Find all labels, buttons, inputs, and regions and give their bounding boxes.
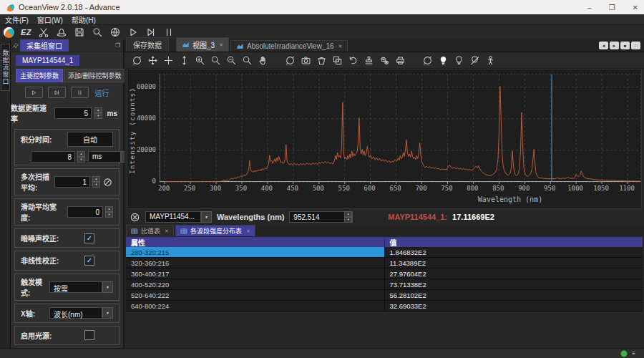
scans-average-stepper[interactable]: ▲▼ xyxy=(92,176,100,188)
update-rate-stepper[interactable]: ▲▼ xyxy=(94,107,102,119)
pause-icon[interactable] xyxy=(163,26,175,38)
chevron-down-icon[interactable]: ▼ xyxy=(102,307,113,319)
view-tab-1[interactable]: AbsoluteIrradianceView_16✕ xyxy=(230,40,348,52)
dark-correction-checkbox[interactable]: ✓ xyxy=(84,233,94,243)
copy-view-icon[interactable] xyxy=(332,55,343,66)
close-button[interactable]: ✕ xyxy=(633,4,638,11)
view-tab-chart-icon[interactable] xyxy=(182,41,190,49)
close-icon[interactable]: ✕ xyxy=(165,228,169,234)
undo-icon[interactable] xyxy=(348,55,358,66)
table-row[interactable]: 640-800:22432.69033E2 xyxy=(126,301,643,311)
cell-attr[interactable]: 640-800:224 xyxy=(126,301,384,311)
wavelength-input[interactable]: 952.514 ▲▼ xyxy=(289,211,353,223)
cell-attr[interactable]: 280-320:215 xyxy=(126,247,384,257)
zoom-in-icon[interactable] xyxy=(195,55,205,66)
cell-attr[interactable]: 360-400:217 xyxy=(126,268,384,279)
zoom-window-icon[interactable] xyxy=(242,55,253,66)
table-tab-1[interactable]: 各波段强度分布表✕ xyxy=(175,225,255,236)
tab-minimize-icon[interactable]: ■ xyxy=(620,42,630,49)
trigger-mode-select[interactable]: 按需 ▼ xyxy=(49,281,113,293)
update-rate-input[interactable]: 5 xyxy=(54,107,92,119)
web-icon[interactable] xyxy=(109,26,121,38)
table-row[interactable]: 520-640:22256.28102E2 xyxy=(126,290,643,301)
cell-value[interactable]: 73.71338E2 xyxy=(384,279,643,289)
save-data-tab[interactable]: 保存数据 xyxy=(126,37,169,52)
minimize-button[interactable]: – xyxy=(587,4,592,11)
zoom-out-icon[interactable] xyxy=(226,55,237,66)
settings-gears-icon[interactable] xyxy=(379,55,390,66)
nonlinearity-checkbox[interactable]: ✓ xyxy=(84,256,94,266)
view-tab-0[interactable]: 视图_3✕ xyxy=(176,37,229,52)
cell-attr[interactable]: 400-520:220 xyxy=(126,279,384,289)
table-row[interactable]: 360-400:21727.97604E2 xyxy=(126,268,643,279)
boxcar-input[interactable]: 0 xyxy=(67,206,103,218)
save-icon[interactable] xyxy=(74,26,85,38)
cell-value[interactable]: 27.97604E2 xyxy=(384,268,643,279)
pin-icon[interactable] xyxy=(11,39,20,52)
param-tab-1[interactable]: 添加/删除控制参数 xyxy=(64,69,126,82)
restore-button[interactable]: ❐ xyxy=(609,4,615,11)
chevron-down-icon[interactable]: ▼ xyxy=(102,281,113,293)
cell-value[interactable]: 32.69033E2 xyxy=(384,301,643,311)
menu-help[interactable]: 帮助(H) xyxy=(72,14,96,25)
drag-icon[interactable] xyxy=(258,55,268,66)
close-icon[interactable]: ✕ xyxy=(338,44,343,49)
acquisition-panel-title[interactable]: 采集组窗口 xyxy=(20,39,69,52)
probe-close-icon[interactable] xyxy=(130,212,140,223)
view-tab-chart-icon[interactable] xyxy=(236,42,244,50)
table-tab-0[interactable]: 比值表✕ xyxy=(126,225,174,236)
bulb-off-icon[interactable] xyxy=(454,55,464,66)
scans-average-input[interactable]: 1 xyxy=(54,176,90,188)
table-icon[interactable] xyxy=(180,228,187,235)
step-icon[interactable] xyxy=(145,26,157,38)
table-row[interactable]: 320-360:21611.34389E2 xyxy=(126,258,643,268)
tab-scroll-left-icon[interactable]: ◄ xyxy=(599,42,608,49)
chevron-down-icon[interactable]: ▼ xyxy=(201,211,212,223)
pan-icon[interactable] xyxy=(163,55,174,66)
panel-float-icon[interactable]: ❐ xyxy=(112,39,123,52)
x-axis-select[interactable]: 波长(nm) ▼ xyxy=(49,307,113,319)
cell-value[interactable]: 1.846832E2 xyxy=(384,247,643,257)
light-source-checkbox[interactable] xyxy=(84,330,94,340)
device-tab[interactable]: MAYP114544_1 xyxy=(16,55,79,66)
close-icon[interactable]: ✕ xyxy=(246,228,250,234)
integration-time-input[interactable]: 8 xyxy=(31,151,75,163)
spectrum-chart[interactable]: Intensity (counts) 020000400006000020025… xyxy=(127,69,642,209)
ez-mode-icon[interactable]: EZ xyxy=(21,28,31,37)
trash-icon[interactable] xyxy=(316,55,327,66)
cell-value[interactable]: 11.34389E2 xyxy=(384,258,643,268)
close-icon[interactable]: ✕ xyxy=(219,42,223,48)
zoom-reset-icon[interactable] xyxy=(210,55,221,66)
cell-attr[interactable]: 520-640:222 xyxy=(126,290,384,300)
target-icon[interactable] xyxy=(422,55,433,66)
menu-window[interactable]: 窗口(W) xyxy=(37,14,63,25)
tab-maximize-icon[interactable]: □ xyxy=(631,42,640,49)
bulb-on-icon[interactable] xyxy=(438,55,449,66)
tools-icon[interactable] xyxy=(38,26,49,38)
cell-attr[interactable]: 320-360:216 xyxy=(126,258,384,268)
move-icon[interactable] xyxy=(147,55,158,66)
person-icon[interactable] xyxy=(485,55,496,66)
data-stream-window-tab[interactable]: 数据流窗口 xyxy=(1,44,10,91)
column-header-attr[interactable]: 属性 xyxy=(126,237,384,248)
printer-icon[interactable] xyxy=(395,55,406,66)
play-icon[interactable] xyxy=(127,26,139,38)
wavelength-stepper[interactable]: ▲▼ xyxy=(344,211,352,223)
vertical-zoom-icon[interactable] xyxy=(179,55,190,66)
probe-device-select[interactable]: MAYP11454... ▼ xyxy=(145,211,212,223)
column-header-value[interactable]: 值 xyxy=(384,237,643,248)
reset-view-icon[interactable] xyxy=(132,55,142,66)
stamp-icon[interactable] xyxy=(364,55,374,66)
table-icon[interactable] xyxy=(131,228,138,235)
table-row[interactable]: 400-520:22073.71338E2 xyxy=(126,279,643,290)
wizard-hat-icon[interactable] xyxy=(56,26,67,38)
view-icon[interactable] xyxy=(285,55,296,66)
tab-scroll-right-icon[interactable]: ► xyxy=(610,42,619,49)
camera-icon[interactable] xyxy=(301,55,311,66)
lamp-off-icon[interactable] xyxy=(469,55,480,66)
table-row[interactable]: 280-320:2151.846832E2 xyxy=(126,247,643,258)
search-icon[interactable] xyxy=(92,26,103,38)
boxcar-stepper[interactable]: ▲▼ xyxy=(105,206,113,218)
run-button[interactable] xyxy=(25,87,43,98)
single-step-button[interactable] xyxy=(48,87,66,98)
